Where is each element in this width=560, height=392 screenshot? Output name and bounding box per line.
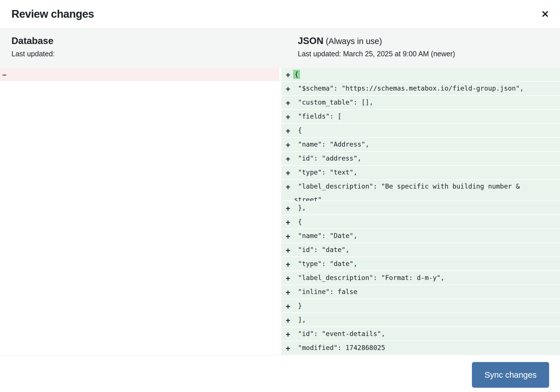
plus-icon: + xyxy=(281,181,294,194)
plus-icon: + xyxy=(281,125,294,138)
plus-icon: + xyxy=(281,153,294,166)
plus-icon: + xyxy=(281,300,294,313)
diff-added-row: + "$schema": "https://schemas.metabox.io… xyxy=(281,82,560,95)
diff-column-headers: Database Last updated: JSON (Always in u… xyxy=(0,28,560,68)
diff-added-row: + "type": "date", xyxy=(281,257,560,271)
diff-code-line: "type": "text", xyxy=(294,166,560,179)
plus-icon: + xyxy=(281,342,294,355)
database-column-header: Database Last updated: xyxy=(0,29,281,68)
diff-added-row: + "label_description": "Be specific with… xyxy=(281,180,560,201)
diff-code-line: "modified": 1742868025 xyxy=(294,341,560,355)
diff-added-row: + ], xyxy=(281,313,560,327)
diff-added-row: + "id": "address", xyxy=(281,152,560,165)
diff-added-row: + { xyxy=(281,124,560,137)
plus-icon: + xyxy=(281,167,294,180)
diff-code-line: "$schema": "https://schemas.metabox.io/f… xyxy=(294,82,560,95)
plus-icon: + xyxy=(281,139,294,152)
diff-removed-row: – xyxy=(0,68,279,81)
close-icon[interactable]: ✕ xyxy=(541,9,549,19)
review-changes-dialog: Review changes ✕ Database Last updated: … xyxy=(0,0,560,392)
diff-added-row: + "id": "event-details", xyxy=(281,327,560,341)
plus-icon: + xyxy=(281,216,294,229)
plus-icon: + xyxy=(281,69,294,82)
diff-added-row: + "name": "Address", xyxy=(281,138,560,151)
diff-added-row: + "label_description": "Format: d-m-y", xyxy=(281,271,560,285)
json-last-updated: Last updated: March 25, 2025 at 9:00 AM … xyxy=(298,50,560,58)
diff-added-row: + "fields": [ xyxy=(281,110,560,123)
diff-added-row: + "inline": false xyxy=(281,285,560,299)
diff-code-line: "id": "event-details", xyxy=(294,327,560,341)
diff-added-row: + "id": "date", xyxy=(281,243,560,257)
diff-added-row: + } xyxy=(281,299,560,313)
diff-added-row: +{ xyxy=(281,68,560,81)
diff-added-row: + "modified": 1742868025 xyxy=(281,341,560,355)
diff-view: – +{+ "$schema": "https://schemas.metabo… xyxy=(0,68,560,355)
dialog-footer: Sync changes xyxy=(0,355,560,392)
diff-code-line: ], xyxy=(294,313,560,327)
plus-icon: + xyxy=(281,286,294,299)
diff-code-line: "name": "Address", xyxy=(294,138,560,151)
json-column-title: JSON (Always in use) xyxy=(298,36,560,46)
diff-added-row: + }, xyxy=(281,201,560,215)
plus-icon: + xyxy=(281,258,294,271)
json-column-title-text: JSON xyxy=(298,35,323,46)
diff-added-row: + "custom_table": [], xyxy=(281,96,560,109)
plus-icon: + xyxy=(281,244,294,257)
plus-icon: + xyxy=(281,314,294,327)
diff-code-line: "custom_table": [], xyxy=(294,96,560,109)
sync-changes-button[interactable]: Sync changes xyxy=(472,362,549,388)
diff-code-line: }, xyxy=(294,201,560,215)
plus-icon: + xyxy=(281,230,294,243)
diff-code-line: "inline": false xyxy=(294,285,560,299)
diff-highlight: { xyxy=(293,70,300,79)
json-column-header: JSON (Always in use) Last updated: March… xyxy=(281,29,560,68)
database-diff-pane: – xyxy=(0,68,279,355)
json-column-title-suffix: (Always in use) xyxy=(323,37,382,46)
diff-added-row: + "type": "text", xyxy=(281,166,560,179)
database-last-updated: Last updated: xyxy=(11,50,281,58)
page-title: Review changes xyxy=(11,8,94,20)
database-column-title: Database xyxy=(11,36,281,46)
diff-code-line: "id": "address", xyxy=(294,152,560,165)
plus-icon: + xyxy=(281,83,294,96)
diff-code-line: "type": "date", xyxy=(294,257,560,271)
diff-code-line: } xyxy=(294,299,560,313)
diff-code-line: { xyxy=(294,215,560,229)
diff-added-row: + "name": "Date", xyxy=(281,229,560,243)
plus-icon: + xyxy=(281,97,294,110)
plus-icon: + xyxy=(281,272,294,285)
plus-icon: + xyxy=(281,328,294,341)
diff-code-line: "label_description": "Format: d-m-y", xyxy=(294,271,560,285)
diff-code-line: "name": "Date", xyxy=(294,229,560,243)
diff-added-row: + { xyxy=(281,215,560,229)
diff-code-line: { xyxy=(294,68,560,81)
diff-code-line: "id": "date", xyxy=(294,243,560,257)
minus-icon: – xyxy=(2,70,6,79)
dialog-titlebar: Review changes ✕ xyxy=(0,0,560,28)
plus-icon: + xyxy=(281,202,294,215)
plus-icon: + xyxy=(281,111,294,124)
diff-code-line: { xyxy=(294,124,560,137)
diff-code-line: "fields": [ xyxy=(294,110,560,123)
json-diff-pane: +{+ "$schema": "https://schemas.metabox.… xyxy=(281,68,560,355)
